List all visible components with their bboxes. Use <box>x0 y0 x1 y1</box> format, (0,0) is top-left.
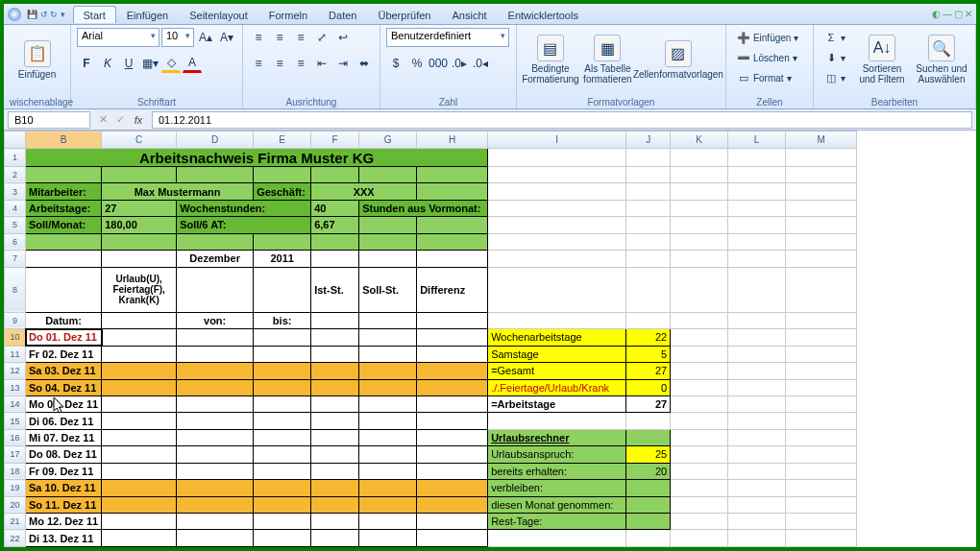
formula-input[interactable]: 01.12.2011 <box>152 111 972 129</box>
row-header-18[interactable]: 18 <box>5 463 26 479</box>
tab-seitenlayout[interactable]: Seitenlayout <box>179 6 258 23</box>
col-header-L[interactable]: L <box>728 132 786 149</box>
row-header-4[interactable]: 4 <box>5 200 26 216</box>
date-cell[interactable]: Mo 12. Dez 11 <box>26 514 102 530</box>
col-header-D[interactable]: D <box>177 132 254 149</box>
number-format-combo[interactable]: Benutzerdefiniert <box>386 28 509 47</box>
font-size-combo[interactable]: 10 <box>161 28 194 47</box>
row-header-7[interactable]: 7 <box>5 251 26 267</box>
cell-styles-button[interactable]: ▨Zellenformatvorlagen <box>637 28 720 91</box>
help-icon[interactable]: ◐ <box>932 9 941 19</box>
row-header-11[interactable]: 11 <box>5 346 26 362</box>
percent-icon[interactable]: % <box>407 54 427 73</box>
date-cell[interactable]: So 11. Dez 11 <box>26 496 102 513</box>
date-cell[interactable]: Do 01. Dez 11 <box>26 329 102 346</box>
tab-überprüfen[interactable]: Überprüfen <box>367 6 441 23</box>
merge-icon[interactable]: ⬌ <box>355 54 374 73</box>
col-header-I[interactable]: I <box>488 132 626 149</box>
align-right-icon[interactable]: ≡ <box>291 54 310 73</box>
align-mid-icon[interactable]: ≡ <box>270 28 289 47</box>
align-bot-icon[interactable]: ≡ <box>291 28 310 47</box>
col-header-C[interactable]: C <box>102 132 177 149</box>
tab-entwicklertools[interactable]: Entwicklertools <box>498 6 589 23</box>
date-cell[interactable]: Di 06. Dez 11 <box>26 413 102 429</box>
row-header-1[interactable]: 1 <box>5 149 26 166</box>
row-header-9[interactable]: 9 <box>5 312 26 328</box>
row-header-20[interactable]: 20 <box>5 496 26 513</box>
date-cell[interactable]: So 04. Dez 11 <box>26 379 102 395</box>
date-cell[interactable]: Sa 03. Dez 11 <box>26 363 102 379</box>
tab-ansicht[interactable]: Ansicht <box>441 6 497 23</box>
row-header-19[interactable]: 19 <box>5 480 26 496</box>
row-header-22[interactable]: 22 <box>5 530 26 547</box>
font-name-combo[interactable]: Arial <box>77 28 159 47</box>
tab-formeln[interactable]: Formeln <box>258 6 318 23</box>
align-center-icon[interactable]: ≡ <box>270 54 289 73</box>
autosum-button[interactable]: Σ▾ <box>820 28 850 47</box>
cancel-fx-icon[interactable]: ✕ <box>94 113 111 126</box>
qat[interactable]: 💾 ↺ ↻ ▾ <box>27 10 65 19</box>
restore-icon[interactable]: ▢ <box>954 9 963 19</box>
fx-icon[interactable]: fx <box>129 114 148 126</box>
row-header-21[interactable]: 21 <box>5 514 26 530</box>
date-cell[interactable]: Mi 07. Dez 11 <box>26 429 102 445</box>
col-header-G[interactable]: G <box>359 132 417 149</box>
row-header-8[interactable]: 8 <box>5 267 26 312</box>
row-header-5[interactable]: 5 <box>5 217 26 233</box>
currency-icon[interactable]: $ <box>386 54 405 73</box>
col-header-E[interactable]: E <box>254 132 311 149</box>
date-cell[interactable]: Mo 05. Dez 11 <box>26 395 102 412</box>
shrink-font-icon[interactable]: A▾ <box>217 28 236 47</box>
paste-button[interactable]: 📋 Einfügen <box>10 28 64 91</box>
row-header-2[interactable]: 2 <box>5 166 26 182</box>
col-header-J[interactable]: J <box>626 132 671 149</box>
sort-filter-button[interactable]: A↓Sortieren und Filtern <box>854 28 910 91</box>
comma-icon[interactable]: 000 <box>429 54 448 73</box>
row-header-17[interactable]: 17 <box>5 446 26 463</box>
indent-inc-icon[interactable]: ⇥ <box>333 54 353 73</box>
inc-dec-icon[interactable]: .0▸ <box>450 54 469 73</box>
row-header-6[interactable]: 6 <box>5 233 26 250</box>
date-cell[interactable]: Fr 09. Dez 11 <box>26 463 102 479</box>
align-top-icon[interactable]: ≡ <box>249 28 268 47</box>
row-header-15[interactable]: 15 <box>5 413 26 429</box>
enter-fx-icon[interactable]: ✓ <box>111 113 129 126</box>
col-header-B[interactable]: B <box>26 132 102 149</box>
office-orb[interactable] <box>8 8 21 21</box>
bold-button[interactable]: F <box>77 54 96 73</box>
row-header-3[interactable]: 3 <box>5 183 26 200</box>
orientation-icon[interactable]: ⤢ <box>312 28 331 47</box>
col-header-K[interactable]: K <box>671 132 728 149</box>
row-header-14[interactable]: 14 <box>5 395 26 412</box>
date-cell[interactable]: Di 13. Dez 11 <box>26 530 102 547</box>
grow-font-icon[interactable]: A▴ <box>196 28 215 47</box>
format-table-button[interactable]: ▦Als Tabelle formatieren <box>582 28 633 91</box>
date-cell[interactable]: Do 08. Dez 11 <box>26 446 102 463</box>
tab-start[interactable]: Start <box>73 6 116 23</box>
row-header-12[interactable]: 12 <box>5 363 26 379</box>
fill-color-button[interactable]: ◇ <box>161 54 181 73</box>
col-header-F[interactable]: F <box>311 132 359 149</box>
insert-cells-button[interactable]: ➕Einfügen ▾ <box>732 28 803 47</box>
worksheet[interactable]: BCDEFGHIJKLM1Arbeitsnachweis Firma Muste… <box>4 131 976 547</box>
row-header-16[interactable]: 16 <box>5 429 26 445</box>
italic-button[interactable]: K <box>98 54 117 73</box>
col-header-H[interactable]: H <box>417 132 488 149</box>
indent-dec-icon[interactable]: ⇤ <box>312 54 331 73</box>
name-box[interactable]: B10 <box>8 111 90 129</box>
cond-format-button[interactable]: ▤Bedingte Formatierung <box>523 28 578 91</box>
minimize-icon[interactable]: — <box>943 9 952 19</box>
wrap-text-icon[interactable]: ↩ <box>333 28 353 47</box>
col-header-M[interactable]: M <box>786 132 857 149</box>
close-icon[interactable]: ✕ <box>965 9 972 19</box>
border-button[interactable]: ▦▾ <box>140 54 159 73</box>
tab-daten[interactable]: Daten <box>318 6 367 23</box>
underline-button[interactable]: U <box>119 54 138 73</box>
col-header-[interactable] <box>5 132 26 149</box>
clear-button[interactable]: ◫▾ <box>820 68 850 87</box>
row-header-13[interactable]: 13 <box>5 379 26 395</box>
fill-button[interactable]: ⬇▾ <box>820 48 850 67</box>
row-header-10[interactable]: 10 <box>5 329 26 346</box>
date-cell[interactable]: Fr 02. Dez 11 <box>26 346 102 362</box>
tab-einfügen[interactable]: Einfügen <box>116 6 179 23</box>
